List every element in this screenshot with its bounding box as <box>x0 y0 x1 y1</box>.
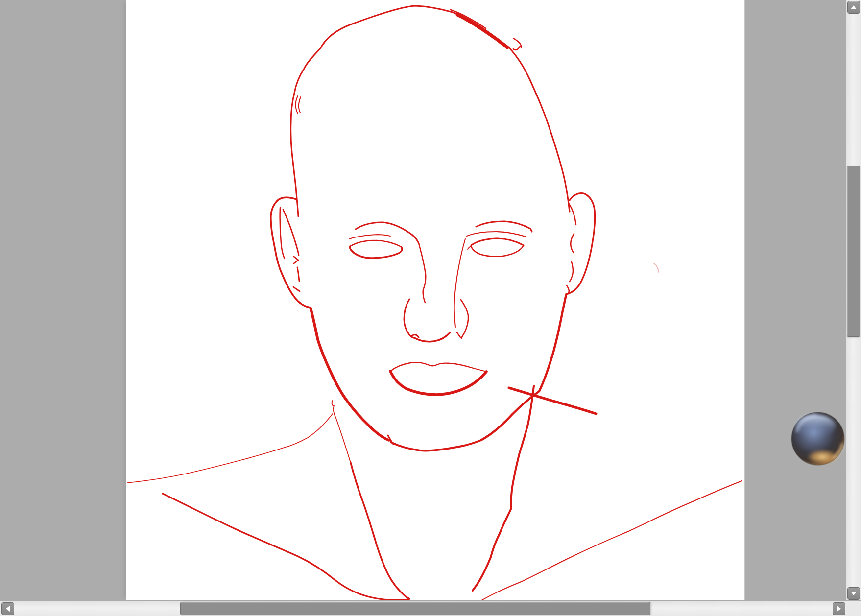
stroke-eye-right-lower <box>471 245 524 257</box>
glossy-sphere-widget[interactable] <box>790 411 846 467</box>
stroke-browfold-left <box>349 235 390 239</box>
stroke-nostril-right <box>457 300 468 338</box>
stroke-jaw-right <box>481 295 566 440</box>
stroke-dome-sketch-heavy <box>457 15 507 47</box>
stroke-brow-right <box>476 221 532 232</box>
drawing-canvas[interactable] <box>126 0 744 600</box>
stroke-stray-curl <box>654 263 658 272</box>
stroke-nose-side-left <box>419 243 426 303</box>
paint-app-viewport: { "app": { "background_color": "#acacac"… <box>0 0 861 616</box>
stroke-jaw-left <box>311 308 389 440</box>
stroke-jaw-chin <box>391 440 481 450</box>
scrollbar-corner <box>846 601 861 616</box>
scroll-right-button[interactable] <box>833 602 845 615</box>
left-arrow-icon <box>6 606 10 612</box>
stroke-clavicle-right <box>481 481 742 600</box>
horizontal-scrollbar[interactable] <box>0 601 846 616</box>
sphere-graphic <box>791 412 844 465</box>
stroke-eye-left-upper <box>350 240 401 247</box>
scroll-left-button[interactable] <box>1 602 14 615</box>
stroke-ear-right-inner <box>567 203 576 293</box>
stroke-neck-right <box>473 386 534 591</box>
stroke-eye-right-upper <box>471 238 524 245</box>
stroke-neck-left-lower <box>351 463 409 599</box>
stroke-nose-side-right <box>454 239 465 327</box>
vertical-scroll-thumb[interactable] <box>847 166 860 337</box>
stroke-clavicle-left <box>163 494 408 600</box>
stroke-ear-left-inner-a <box>280 208 285 259</box>
stroke-neck-left-upper <box>332 401 351 463</box>
stroke-lip-top <box>390 362 486 372</box>
stroke-lip-bottom <box>390 371 486 395</box>
stroke-ear-left-inner-b <box>283 210 300 291</box>
stroke-head-outline-left <box>291 6 415 216</box>
stroke-dome-sketch-hook <box>513 38 521 50</box>
stroke-eye-right-tail <box>468 246 471 249</box>
stroke-eye-left-lower <box>350 246 402 258</box>
right-arrow-icon <box>837 606 841 612</box>
stroke-nose-base <box>415 332 450 342</box>
horizontal-scroll-thumb[interactable] <box>180 602 650 615</box>
up-arrow-icon <box>851 5 857 9</box>
scroll-down-button[interactable] <box>847 587 860 600</box>
stroke-temple-scribble-left <box>296 96 301 114</box>
scroll-up-button[interactable] <box>847 1 860 14</box>
stroke-ear-left-outer <box>271 197 310 308</box>
face-sketch-svg <box>126 0 744 600</box>
stroke-brow-left <box>356 222 419 243</box>
stroke-trapezius-right <box>509 388 596 414</box>
stroke-nostril-left <box>404 299 419 338</box>
vertical-scrollbar[interactable] <box>846 0 861 600</box>
stroke-browfold-right <box>467 232 526 237</box>
down-arrow-icon <box>851 592 857 595</box>
stroke-shoulder-left <box>127 414 333 483</box>
